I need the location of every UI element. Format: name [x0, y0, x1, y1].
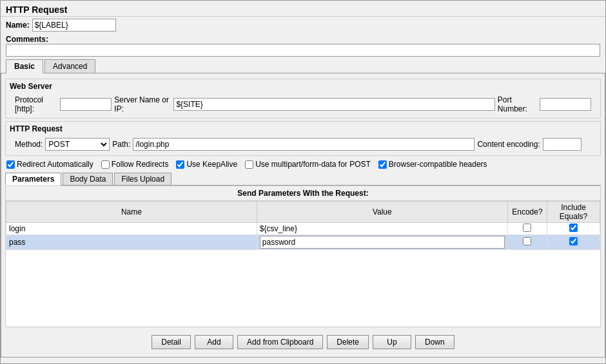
- method-label: Method:: [15, 140, 43, 149]
- window-title: HTTP Request: [1, 1, 605, 17]
- follow-redirects-item: Follow Redirects: [101, 160, 169, 169]
- follow-redirects-label: Follow Redirects: [112, 160, 169, 169]
- http-request-label: HTTP Request: [10, 124, 596, 133]
- port-input[interactable]: [540, 98, 591, 111]
- table-row[interactable]: pass: [6, 235, 600, 250]
- table-row[interactable]: login${csv_line}: [6, 223, 600, 235]
- use-multipart-item: Use multipart/form-data for POST: [245, 160, 371, 169]
- tab-basic[interactable]: Basic: [6, 59, 43, 73]
- params-area: Send Parameters With the Request: Name V…: [5, 186, 601, 327]
- param-name-cell: login: [6, 223, 257, 235]
- params-header: Send Parameters With the Request:: [6, 186, 600, 201]
- param-name-cell: pass: [6, 235, 257, 250]
- path-input[interactable]: [133, 138, 474, 151]
- include-equals-checkbox[interactable]: [569, 237, 578, 245]
- delete-button[interactable]: Delete: [327, 335, 369, 349]
- use-multipart-label: Use multipart/form-data for POST: [255, 160, 371, 169]
- up-button[interactable]: Up: [373, 335, 411, 349]
- tab-body-data[interactable]: Body Data: [63, 173, 113, 185]
- path-label: Path:: [112, 140, 130, 149]
- browser-headers-label: Browser-compatible headers: [389, 160, 487, 169]
- comments-input[interactable]: [6, 44, 600, 57]
- browser-headers-item: Browser-compatible headers: [378, 160, 487, 169]
- http-request-fields: Method: POST GET PUT DELETE HEAD OPTIONS…: [10, 136, 596, 153]
- col-value-header: Value: [257, 202, 507, 223]
- param-encode-cell[interactable]: [507, 235, 547, 250]
- web-server-fields: Protocol [http]: Server Name or IP: Port…: [10, 93, 596, 115]
- use-keepalive-label: Use KeepAlive: [186, 160, 237, 169]
- col-encode-header: Encode?: [507, 202, 547, 223]
- add-button[interactable]: Add: [195, 335, 233, 349]
- add-from-clipboard-button[interactable]: Add from Clipboard: [237, 335, 323, 349]
- comments-label: Comments:: [6, 35, 48, 44]
- redirect-auto-label: Redirect Automatically: [17, 160, 93, 169]
- down-button[interactable]: Down: [415, 335, 454, 349]
- follow-redirects-checkbox[interactable]: [101, 160, 110, 169]
- use-keepalive-checkbox[interactable]: [176, 160, 184, 169]
- param-value-cell: ${csv_line}: [257, 223, 507, 235]
- protocol-input[interactable]: [60, 98, 112, 111]
- bottom-buttons: Detail Add Add from Clipboard Delete Up …: [1, 330, 605, 354]
- web-server-label: Web Server: [10, 82, 596, 91]
- param-value-input[interactable]: [260, 236, 505, 249]
- tab-parameters[interactable]: Parameters: [5, 173, 61, 186]
- encode-checkbox[interactable]: [523, 237, 531, 245]
- inner-tab-bar: Parameters Body Data Files Upload: [5, 173, 601, 186]
- params-table: Name Value Encode? Include Equals? login…: [6, 201, 600, 250]
- include-equals-checkbox[interactable]: [569, 224, 578, 232]
- param-include-equals-cell[interactable]: [547, 235, 600, 250]
- name-label: Name:: [6, 21, 30, 30]
- param-value-cell: [257, 235, 507, 250]
- comments-row: Comments:: [1, 34, 605, 57]
- use-keepalive-item: Use KeepAlive: [176, 160, 237, 169]
- content-encoding-label: Content encoding:: [477, 140, 540, 149]
- port-label: Port Number:: [498, 95, 537, 113]
- server-name-input[interactable]: [173, 98, 494, 111]
- name-input[interactable]: [32, 19, 116, 32]
- redirect-auto-item: Redirect Automatically: [6, 160, 93, 169]
- param-encode-cell[interactable]: [507, 223, 547, 235]
- tab-files-upload[interactable]: Files Upload: [114, 173, 171, 185]
- outer-tab-bar: Basic Advanced: [1, 57, 605, 73]
- protocol-label: Protocol [http]:: [15, 95, 57, 113]
- browser-headers-checkbox[interactable]: [378, 160, 387, 169]
- detail-button[interactable]: Detail: [152, 335, 191, 349]
- name-row: Name:: [1, 17, 605, 34]
- method-select[interactable]: POST GET PUT DELETE HEAD OPTIONS PATCH: [45, 138, 110, 151]
- col-name-header: Name: [6, 202, 257, 223]
- redirect-auto-checkbox[interactable]: [6, 160, 15, 169]
- col-include-equals-header: Include Equals?: [547, 202, 600, 223]
- server-name-label: Server Name or IP:: [114, 95, 171, 113]
- encode-checkbox[interactable]: [523, 224, 531, 232]
- tab-advanced[interactable]: Advanced: [44, 59, 95, 73]
- web-server-section: Web Server Protocol [http]: Server Name …: [5, 79, 601, 119]
- param-include-equals-cell[interactable]: [547, 223, 600, 235]
- checkbox-row: Redirect Automatically Follow Redirects …: [1, 158, 605, 170]
- content-encoding-input[interactable]: [543, 138, 582, 151]
- http-request-section: HTTP Request Method: POST GET PUT DELETE…: [5, 121, 601, 156]
- use-multipart-checkbox[interactable]: [245, 160, 253, 169]
- http-request-window: HTTP Request Name: Comments: Basic Advan…: [0, 0, 606, 364]
- tab-content-basic: Web Server Protocol [http]: Server Name …: [1, 73, 605, 358]
